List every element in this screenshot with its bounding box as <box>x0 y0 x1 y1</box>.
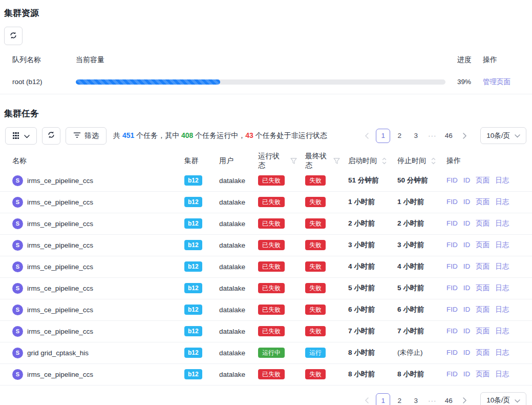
manage-page-link[interactable]: 管理页面 <box>483 78 510 86</box>
page-size-select[interactable]: 10条/页 <box>480 392 526 405</box>
column-header-progress: 进度 <box>453 52 479 70</box>
action-link-id[interactable]: ID <box>463 284 471 292</box>
table-row: Sirms_ce_pipeline_ccsb12datalake已失败失败3 小… <box>0 234 532 256</box>
cluster-badge: b12 <box>184 175 202 186</box>
final-status-badge: 失败 <box>305 175 326 186</box>
resources-table: 队列名称 当前容量 进度 操作 root (b12) 39% 管理页面 <box>0 52 532 94</box>
action-link-log[interactable]: 日志 <box>495 370 509 378</box>
task-summary: 共 451 个任务，其中 408 个任务运行中，43 个任务处于非运行状态 <box>113 131 359 140</box>
action-link-page[interactable]: 页面 <box>476 198 490 206</box>
tasks-toolbar: 筛选 共 451 个任务，其中 408 个任务运行中，43 个任务处于非运行状态… <box>0 127 532 145</box>
table-row: Sirms_ce_pipeline_ccsb12datalake已失败失败6 小… <box>0 299 532 320</box>
start-time: 7 小时前 <box>348 327 375 335</box>
action-link-fid[interactable]: FID <box>446 327 458 335</box>
task-name: irms_ce_pipeline_ccs <box>27 306 93 314</box>
action-link-log[interactable]: 日志 <box>495 198 509 206</box>
user-name: datalake <box>219 177 245 185</box>
avatar: S <box>12 283 23 294</box>
tasks-refresh-button[interactable] <box>42 127 60 145</box>
action-link-log[interactable]: 日志 <box>495 176 509 184</box>
action-link-id[interactable]: ID <box>463 219 471 227</box>
stop-time: 1 小时前 <box>397 198 424 206</box>
action-link-id[interactable]: ID <box>463 370 471 378</box>
action-link-page[interactable]: 页面 <box>476 176 490 184</box>
page-size-value: 10条/页 <box>486 396 510 405</box>
action-link-fid[interactable]: FID <box>446 262 458 270</box>
action-link-page[interactable]: 页面 <box>476 306 490 313</box>
action-link-id[interactable]: ID <box>463 306 471 313</box>
column-header-capacity: 当前容量 <box>72 52 453 70</box>
filter-funnel-icon[interactable] <box>333 158 340 164</box>
sort-icon[interactable] <box>431 157 436 165</box>
task-name: irms_ce_pipeline_ccs <box>27 263 93 271</box>
capacity-progressbar <box>76 79 445 85</box>
avatar: S <box>12 305 23 315</box>
start-time: 3 小时前 <box>348 241 375 249</box>
action-link-fid[interactable]: FID <box>446 176 458 184</box>
pager-page-1[interactable]: 1 <box>376 393 390 405</box>
final-status-badge: 失败 <box>305 218 326 229</box>
action-link-page[interactable]: 页面 <box>476 349 490 356</box>
pager-prev-icon[interactable] <box>359 393 374 405</box>
pager-page-46[interactable]: 46 <box>441 393 456 405</box>
page-size-select[interactable]: 10条/页 <box>480 127 526 144</box>
action-link-fid[interactable]: FID <box>446 349 458 356</box>
filter-button[interactable]: 筛选 <box>66 127 107 145</box>
action-link-fid[interactable]: FID <box>446 370 458 378</box>
action-link-id[interactable]: ID <box>463 241 471 249</box>
pager-page-2[interactable]: 2 <box>392 129 407 143</box>
pager-page-3[interactable]: 3 <box>409 129 423 143</box>
stop-time: 8 小时前 <box>397 370 424 378</box>
pager-next-icon[interactable] <box>458 393 472 405</box>
action-link-log[interactable]: 日志 <box>495 327 509 335</box>
pager-ellipsis[interactable]: ··· <box>425 393 439 405</box>
cluster-tasks-title: 集群任务 <box>0 94 532 119</box>
action-link-log[interactable]: 日志 <box>495 262 509 270</box>
action-link-page[interactable]: 页面 <box>476 327 490 335</box>
pager-page-46[interactable]: 46 <box>441 129 456 143</box>
action-link-id[interactable]: ID <box>463 176 471 184</box>
sort-icon[interactable] <box>382 157 387 165</box>
action-link-fid[interactable]: FID <box>446 198 458 206</box>
cluster-badge: b12 <box>184 369 202 379</box>
action-link-fid[interactable]: FID <box>446 306 458 313</box>
start-time: 8 小时前 <box>348 349 375 356</box>
run-status-badge: 已失败 <box>258 326 285 336</box>
action-link-log[interactable]: 日志 <box>495 349 509 356</box>
cluster-badge: b12 <box>184 283 202 293</box>
run-status-badge: 已失败 <box>258 240 285 250</box>
filter-funnel-icon[interactable] <box>290 158 297 164</box>
view-options-button[interactable] <box>5 127 37 145</box>
action-link-page[interactable]: 页面 <box>476 262 490 270</box>
chevron-down-icon <box>515 132 520 139</box>
stop-time: 7 小时前 <box>397 327 424 335</box>
action-link-page[interactable]: 页面 <box>476 241 490 249</box>
run-status-badge: 已失败 <box>258 283 285 293</box>
pager-ellipsis[interactable]: ··· <box>425 129 439 143</box>
action-link-id[interactable]: ID <box>463 262 471 270</box>
action-link-id[interactable]: ID <box>463 327 471 335</box>
action-link-id[interactable]: ID <box>463 349 471 356</box>
pager-page-2[interactable]: 2 <box>392 393 407 405</box>
action-link-id[interactable]: ID <box>463 198 471 206</box>
action-link-page[interactable]: 页面 <box>476 219 490 227</box>
action-link-log[interactable]: 日志 <box>495 306 509 313</box>
action-link-log[interactable]: 日志 <box>495 284 509 292</box>
final-status-badge: 失败 <box>305 369 326 379</box>
action-link-page[interactable]: 页面 <box>476 370 490 378</box>
pager-page-3[interactable]: 3 <box>409 393 423 405</box>
pager-page-1[interactable]: 1 <box>376 129 390 143</box>
pager-next-icon[interactable] <box>458 129 472 143</box>
action-link-log[interactable]: 日志 <box>495 241 509 249</box>
user-name: datalake <box>219 328 245 335</box>
action-link-fid[interactable]: FID <box>446 219 458 227</box>
action-link-page[interactable]: 页面 <box>476 284 490 292</box>
column-header-stop-time: 停止时间 <box>397 156 426 166</box>
resources-refresh-button[interactable] <box>4 27 23 45</box>
pager-prev-icon[interactable] <box>359 129 374 143</box>
stop-time: 5 小时前 <box>397 284 424 292</box>
final-status-badge: 失败 <box>305 261 326 272</box>
action-link-fid[interactable]: FID <box>446 284 458 292</box>
action-link-log[interactable]: 日志 <box>495 219 509 227</box>
action-link-fid[interactable]: FID <box>446 241 458 249</box>
